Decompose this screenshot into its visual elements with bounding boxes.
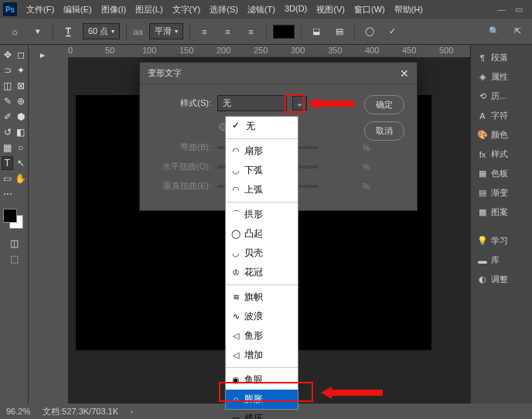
dropdown-item[interactable]: ≋旗帜: [226, 288, 298, 307]
stamp-tool-icon[interactable]: ⬢: [15, 110, 26, 124]
aa-label: aa: [133, 27, 142, 36]
dialog-title: 变形文字: [148, 67, 182, 79]
dropdown-item[interactable]: 无: [226, 117, 298, 136]
commit-icon[interactable]: ✓: [384, 23, 401, 40]
text-color-swatch[interactable]: [273, 25, 295, 39]
wand-tool-icon[interactable]: ✦: [15, 63, 26, 77]
right-panel-dock: ¶段落◈属性⟲历...A字符🎨颜色fx样式▦色板▤渐变▩图案💡学习▬库◐调整: [470, 45, 532, 404]
style-select[interactable]: 无: [217, 95, 287, 111]
warp-text-icon[interactable]: ⬓: [308, 23, 325, 40]
style-dropdown-list[interactable]: 无◠扇形◡下弧◠上弧⌒拱形◯凸起◡贝壳♔花冠≋旗帜∿波浪◁鱼形◁增加◉鱼眼○膨胀…: [225, 116, 298, 410]
antialias-select[interactable]: 平滑▾: [149, 23, 183, 39]
dropdown-item[interactable]: ∿波浪: [226, 307, 298, 326]
toolbox-right: ▸: [28, 45, 56, 404]
panel-tab[interactable]: ▬库: [474, 252, 529, 268]
maximize-icon[interactable]: ▭: [515, 5, 523, 15]
lasso-tool-icon[interactable]: ⊃: [2, 63, 13, 77]
search-icon[interactable]: 🔍: [486, 23, 503, 40]
dropdown-item[interactable]: ◯凸起: [226, 224, 298, 244]
zoom-level[interactable]: 96.2%: [6, 407, 30, 416]
dropdown-item[interactable]: ◁增加: [226, 346, 298, 365]
minimize-icon[interactable]: —: [497, 5, 506, 15]
screenmode-icon[interactable]: ⬚: [2, 252, 26, 266]
panel-tab[interactable]: ◈属性: [474, 69, 529, 85]
more-tools-icon[interactable]: ⋯: [2, 187, 13, 201]
dropdown-item[interactable]: ⌒拱形: [226, 205, 298, 224]
ok-button[interactable]: 确定: [364, 95, 404, 114]
panel-tab[interactable]: fx样式: [474, 146, 529, 162]
menu-item[interactable]: 3D(D): [280, 2, 312, 18]
eyedropper-tool-icon[interactable]: ✎: [2, 94, 13, 108]
doc-dropdown-icon[interactable]: ▾: [29, 23, 46, 40]
shape-tool-icon[interactable]: ▭: [2, 172, 13, 186]
font-size-select[interactable]: 60 点▾: [83, 23, 120, 39]
panel-tab[interactable]: ▦色板: [474, 165, 529, 182]
panel-tab[interactable]: 🎨颜色: [474, 127, 529, 143]
marquee-tool-icon[interactable]: ◻: [15, 48, 26, 62]
bend-label: 弯曲(B):: [152, 141, 211, 153]
dropdown-item[interactable]: ◠上弧: [226, 180, 298, 199]
panel-icon[interactable]: ▤: [331, 23, 348, 40]
menu-item[interactable]: 编辑(E): [59, 2, 97, 18]
menu-item[interactable]: 文件(F): [22, 2, 59, 18]
panel-tab[interactable]: A字符: [474, 107, 529, 124]
panel-tab[interactable]: ◐调整: [474, 271, 529, 288]
eraser-tool-icon[interactable]: ◧: [15, 125, 26, 139]
type-tool-icon[interactable]: T: [2, 156, 13, 170]
gradient-tool-icon[interactable]: ▦: [2, 141, 13, 155]
panel-icon: ◈: [477, 72, 488, 82]
dialog-close-icon[interactable]: ✕: [400, 67, 409, 80]
arrow-1: [308, 94, 354, 113]
history-brush-icon[interactable]: ↺: [2, 125, 13, 139]
style-label: 样式(S):: [152, 97, 211, 109]
panel-tab[interactable]: ▤渐变: [474, 185, 529, 201]
dropdown-item[interactable]: ◁鱼形: [226, 326, 298, 346]
align-right-icon[interactable]: ≡: [243, 23, 260, 40]
heal-tool-icon[interactable]: ⊕: [15, 94, 26, 108]
share-icon[interactable]: ⇱: [509, 23, 526, 40]
hand-tool-icon[interactable]: ✋: [15, 172, 26, 186]
crop-tool-icon[interactable]: ◫: [2, 79, 13, 93]
panel-tab[interactable]: ⟲历...: [474, 88, 529, 104]
dropdown-item[interactable]: ◡下弧: [226, 161, 298, 180]
panel-tab[interactable]: ▩图案: [474, 204, 529, 220]
move-tool-icon[interactable]: ✥: [2, 48, 13, 62]
dropdown-item[interactable]: ◠扇形: [226, 141, 298, 161]
panel-icon: ▦: [477, 169, 488, 179]
quickmask-icon[interactable]: ◫: [2, 237, 26, 250]
menubar: Ps 文件(F)编辑(E)图像(I)图层(L)文字(Y)选择(S)滤镜(T)3D…: [0, 0, 532, 19]
menu-item[interactable]: 滤镜(T): [243, 2, 280, 18]
ruler-vertical: [56, 57, 68, 404]
highlight-box-1: [285, 94, 305, 113]
menu-item[interactable]: 文字(Y): [168, 2, 206, 18]
blur-tool-icon[interactable]: ○: [15, 141, 26, 155]
menu-item[interactable]: 图层(L): [131, 2, 167, 18]
menu-item[interactable]: 窗口(W): [350, 2, 390, 18]
align-center-icon[interactable]: ≡: [220, 23, 237, 40]
collapse-icon[interactable]: ▸: [30, 48, 54, 62]
3d-icon[interactable]: ◯: [361, 23, 378, 40]
panel-icon: ▤: [477, 188, 488, 198]
path-tool-icon[interactable]: ↖: [15, 156, 26, 170]
panel-tab[interactable]: 💡学习: [474, 233, 529, 249]
svg-marker-1: [321, 387, 383, 399]
menu-item[interactable]: 视图(V): [312, 2, 350, 18]
dropdown-item[interactable]: ◡贝壳: [226, 244, 298, 263]
align-left-icon[interactable]: ≡: [196, 23, 213, 40]
menu-item[interactable]: 选择(S): [205, 2, 243, 18]
home-icon[interactable]: ⌂: [6, 23, 23, 40]
dropdown-item[interactable]: ♔花冠: [226, 263, 298, 282]
dialog-titlebar[interactable]: 变形文字 ✕: [140, 63, 417, 84]
window-controls[interactable]: — ▭: [497, 5, 529, 15]
dropdown-item[interactable]: ▭挤压: [226, 409, 298, 419]
panel-tab[interactable]: ¶段落: [474, 49, 529, 66]
text-orientation-icon[interactable]: T̲: [60, 23, 77, 40]
doc-size: 文档:527.3K/703.1K: [43, 406, 118, 417]
color-swatches[interactable]: [2, 209, 26, 230]
frame-tool-icon[interactable]: ⊠: [15, 79, 26, 93]
cancel-button[interactable]: 取消: [364, 121, 404, 141]
menu-item[interactable]: 帮助(H): [390, 2, 428, 18]
brush-tool-icon[interactable]: ✐: [2, 110, 13, 124]
menu-item[interactable]: 图像(I): [97, 2, 131, 18]
panel-icon: ¶: [477, 53, 488, 63]
